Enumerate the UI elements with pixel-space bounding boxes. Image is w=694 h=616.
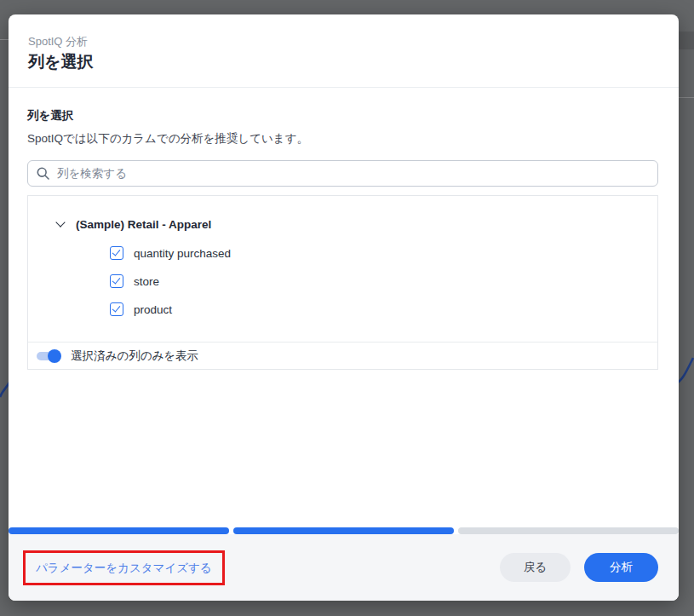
tree-item-quantity-purchased[interactable]: quantity purchased bbox=[110, 245, 657, 262]
wizard-progress-bar bbox=[9, 527, 679, 534]
tree-item-label: product bbox=[134, 303, 172, 316]
tree-item-product[interactable]: product bbox=[110, 301, 657, 318]
checkbox-quantity-purchased[interactable] bbox=[110, 246, 123, 260]
show-selected-only-toggle[interactable] bbox=[37, 352, 60, 360]
tree-item-label: quantity purchased bbox=[134, 247, 231, 260]
checkbox-store[interactable] bbox=[110, 274, 123, 288]
backdrop-panel-fragment bbox=[679, 32, 694, 49]
dialog-footer: パラメーターをカスタマイズする 戻る 分析 bbox=[9, 534, 679, 601]
annotation-highlight-box: パラメーターをカスタマイズする bbox=[23, 550, 225, 585]
column-tree: (Sample) Retail - Apparel quantity purch… bbox=[28, 196, 657, 342]
section-label: 列を選択 bbox=[27, 108, 658, 124]
dialog-header: SpotIQ 分析 列を選択 bbox=[9, 14, 679, 88]
tree-item-store[interactable]: store bbox=[110, 273, 657, 290]
column-tree-panel: (Sample) Retail - Apparel quantity purch… bbox=[27, 195, 658, 370]
footer-buttons: 戻る 分析 bbox=[500, 553, 658, 582]
column-search-box[interactable] bbox=[27, 160, 658, 187]
toggle-label: 選択済みの列のみを表示 bbox=[71, 348, 198, 364]
section-description: SpotIQでは以下のカラムでの分析を推奨しています。 bbox=[27, 131, 658, 147]
spotiq-column-select-dialog: SpotIQ 分析 列を選択 列を選択 SpotIQでは以下のカラムでの分析を推… bbox=[9, 14, 679, 601]
toggle-knob bbox=[48, 349, 61, 363]
analyze-button[interactable]: 分析 bbox=[584, 553, 658, 582]
progress-segment-1 bbox=[9, 527, 229, 534]
back-button[interactable]: 戻る bbox=[500, 553, 571, 582]
dialog-body: 列を選択 SpotIQでは以下のカラムでの分析を推奨しています。 (Sample… bbox=[9, 88, 679, 527]
backdrop-divider-line bbox=[0, 39, 9, 40]
customize-parameters-link[interactable]: パラメーターをカスタマイズする bbox=[36, 561, 212, 574]
show-selected-only-row: 選択済みの列のみを表示 bbox=[28, 342, 657, 369]
progress-segment-2 bbox=[233, 527, 454, 534]
progress-segment-3 bbox=[458, 527, 679, 534]
tree-group-sample-retail-apparel[interactable]: (Sample) Retail - Apparel bbox=[57, 215, 657, 233]
column-search-input[interactable] bbox=[57, 167, 649, 180]
backdrop-divider-line bbox=[679, 97, 694, 98]
tree-item-label: store bbox=[134, 275, 159, 288]
dialog-eyebrow: SpotIQ 分析 bbox=[28, 35, 659, 49]
search-icon bbox=[37, 167, 49, 180]
dialog-title: 列を選択 bbox=[28, 51, 659, 73]
tree-group-label: (Sample) Retail - Apparel bbox=[76, 218, 211, 231]
chevron-down-icon[interactable] bbox=[55, 217, 65, 227]
checkbox-product[interactable] bbox=[110, 302, 123, 316]
